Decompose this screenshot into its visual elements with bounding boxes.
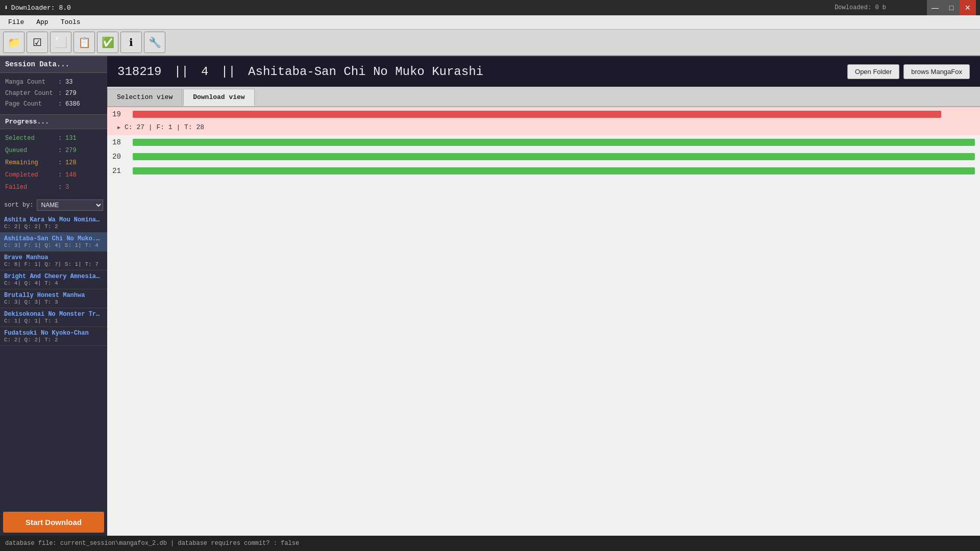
sort-label: sort by: bbox=[4, 202, 34, 209]
manga-title: Dekisokonai No Monster Tr... bbox=[4, 311, 103, 318]
failed-label: Failed bbox=[5, 181, 56, 193]
chapter-count-value: 279 bbox=[65, 88, 77, 99]
chapter-progress-bar-container bbox=[133, 167, 975, 174]
info-toolbar-btn[interactable]: ℹ bbox=[120, 32, 142, 53]
menu-app[interactable]: App bbox=[30, 16, 54, 28]
downloaded-label: Dowloaded: 0 b bbox=[71, 4, 927, 11]
sort-row: sort by: NAME DATE PROGRESS bbox=[0, 196, 107, 214]
failed-value: 3 bbox=[65, 181, 69, 193]
progress-header: Progress... bbox=[0, 114, 107, 129]
chapter-detail-row: ▶ C: 27 | F: 1 | T: 28 bbox=[107, 121, 980, 135]
start-download-button[interactable]: Start Download bbox=[3, 512, 104, 533]
menu-tools[interactable]: Tools bbox=[55, 16, 87, 28]
manga-count-value: 33 bbox=[65, 77, 72, 88]
remaining-label: Remaining bbox=[5, 157, 56, 169]
content-area: 318219 || 4 || Ashitaba-San Chi No Muko … bbox=[107, 56, 980, 536]
maximize-button[interactable]: □ bbox=[943, 0, 960, 15]
chapter-row-21: 21 bbox=[107, 164, 980, 178]
menubar: File App Tools bbox=[0, 15, 980, 30]
session-stats: Manga Count : 33 Chapter Count : 279 Pag… bbox=[0, 73, 107, 114]
content-header-buttons: Open Folder brows MangaFox bbox=[847, 64, 970, 79]
check2-toolbar-btn[interactable]: ✅ bbox=[97, 32, 118, 53]
completed-row: Completed : 148 bbox=[5, 169, 102, 181]
chapter-progress-bar-container bbox=[133, 111, 975, 118]
chapter-row-20: 20 bbox=[107, 149, 980, 164]
progress-stats: Selected : 131 Queued : 279 Remaining : … bbox=[0, 129, 107, 196]
completed-label: Completed bbox=[5, 169, 56, 181]
chapter-progress-bar bbox=[133, 153, 975, 160]
chapter-number: 18 bbox=[112, 138, 133, 146]
chapter-count-row: Chapter Count : 279 bbox=[5, 88, 102, 99]
manga-stats: C: 3| F: 1| Q: 4| S: 1| T: 4 bbox=[4, 242, 103, 248]
settings-toolbar-btn[interactable]: 🔧 bbox=[144, 32, 165, 53]
download-area: 19 ▶ C: 27 | F: 1 | T: 28 18 bbox=[107, 107, 980, 536]
chapter-progress-bar bbox=[133, 111, 941, 118]
manga-title: Fudatsuki No Kyoko-Chan bbox=[4, 330, 103, 337]
toolbar: 📁 ☑ ⬜ 📋 ✅ ℹ 🔧 bbox=[0, 30, 980, 56]
minimize-button[interactable]: — bbox=[927, 0, 943, 15]
list-item[interactable]: Fudatsuki No Kyoko-Chan C: 2| Q: 2| T: 2 bbox=[0, 327, 107, 346]
tabs: Selection view Download view bbox=[107, 87, 980, 107]
content-count: 4 bbox=[201, 65, 208, 79]
remaining-row: Remaining : 128 bbox=[5, 157, 102, 169]
stop-toolbar-btn[interactable]: ⬜ bbox=[50, 32, 71, 53]
session-header: Session Data... bbox=[0, 56, 107, 73]
app-icon: ⬇ bbox=[4, 4, 8, 12]
page-count-row: Page Count : 6386 bbox=[5, 99, 102, 110]
chapter-row-19: 19 ▶ C: 27 | F: 1 | T: 28 bbox=[107, 107, 980, 135]
titlebar-left: ⬇ Downloader: 8.0 bbox=[4, 4, 71, 12]
brows-mangafox-button[interactable]: brows MangaFox bbox=[903, 64, 970, 79]
content-title: 318219 || 4 || Ashitaba-San Chi No Muko … bbox=[117, 65, 483, 79]
manga-stats: C: 1| Q: 1| T: 1 bbox=[4, 318, 103, 324]
completed-value: 148 bbox=[65, 169, 77, 181]
titlebar: ⬇ Downloader: 8.0 Dowloaded: 0 b — □ ✕ bbox=[0, 0, 980, 15]
statusbar-text: database file: current_session\mangafox_… bbox=[5, 540, 299, 547]
queued-row: Queued : 279 bbox=[5, 144, 102, 157]
list-item[interactable]: Brave Manhua C: 6| F: 1| Q: 7| S: 1| T: … bbox=[0, 252, 107, 270]
selected-row: Selected : 131 bbox=[5, 132, 102, 144]
check-toolbar-btn[interactable]: ☑ bbox=[27, 32, 48, 53]
menu-file[interactable]: File bbox=[2, 16, 30, 28]
open-folder-button[interactable]: Open Folder bbox=[847, 64, 899, 79]
content-id: 318219 bbox=[117, 65, 161, 79]
page-count-value: 6386 bbox=[65, 99, 80, 110]
list-item[interactable]: Ashitaba-San Chi No Muko... C: 3| F: 1| … bbox=[0, 233, 107, 252]
chapter-progress-bar-container bbox=[133, 153, 975, 160]
chapter-row-18: 18 bbox=[107, 135, 980, 149]
content-header: 318219 || 4 || Ashitaba-San Chi No Muko … bbox=[107, 56, 980, 87]
tab-download-view[interactable]: Download view bbox=[183, 89, 254, 106]
list-item[interactable]: Ashita Kara Wa Mou Nomina... C: 2| Q: 2|… bbox=[0, 214, 107, 233]
tab-selection-view[interactable]: Selection view bbox=[107, 89, 182, 106]
list-item[interactable]: Bright And Cheery Amnesia... C: 4| Q: 4|… bbox=[0, 270, 107, 289]
list-item[interactable]: Dekisokonai No Monster Tr... C: 1| Q: 1|… bbox=[0, 308, 107, 327]
manga-stats: C: 6| F: 1| Q: 7| S: 1| T: 7 bbox=[4, 261, 103, 267]
sort-select[interactable]: NAME DATE PROGRESS bbox=[37, 199, 103, 211]
manga-count-label: Manga Count bbox=[5, 77, 56, 88]
chapter-detail-text: C: 27 | F: 1 | T: 28 bbox=[125, 123, 204, 131]
selected-label: Selected bbox=[5, 132, 56, 144]
manga-title: Ashita Kara Wa Mou Nomina... bbox=[4, 216, 103, 223]
statusbar: database file: current_session\mangafox_… bbox=[0, 536, 980, 551]
list-item[interactable]: Brutally Honest Manhwa C: 3| Q: 3| T: 3 bbox=[0, 289, 107, 308]
manga-count-row: Manga Count : 33 bbox=[5, 77, 102, 88]
chapter-count-label: Chapter Count bbox=[5, 88, 56, 99]
chapter-number: 19 bbox=[112, 110, 133, 118]
app-title: Downloader: 8.0 bbox=[11, 4, 71, 12]
chapter-progress-bar-container bbox=[133, 139, 975, 146]
copy-toolbar-btn[interactable]: 📋 bbox=[74, 32, 95, 53]
manga-stats: C: 2| Q: 2| T: 2 bbox=[4, 337, 103, 343]
failed-row: Failed : 3 bbox=[5, 181, 102, 193]
chapter-progress-bar bbox=[133, 167, 975, 174]
main-layout: Session Data... Manga Count : 33 Chapter… bbox=[0, 56, 980, 536]
titlebar-controls: — □ ✕ bbox=[927, 0, 976, 15]
queued-value: 279 bbox=[65, 144, 77, 157]
open-folder-toolbar-btn[interactable]: 📁 bbox=[3, 32, 24, 53]
chapter-progress-bar bbox=[133, 139, 975, 146]
close-button[interactable]: ✕ bbox=[960, 0, 976, 15]
manga-stats: C: 4| Q: 4| T: 4 bbox=[4, 280, 103, 286]
content-manga-title: Ashitaba-San Chi No Muko Kurashi bbox=[248, 65, 483, 79]
play-icon: ▶ bbox=[117, 124, 120, 131]
manga-title: Brave Manhua bbox=[4, 254, 103, 261]
manga-title: Ashitaba-San Chi No Muko... bbox=[4, 235, 103, 242]
page-count-label: Page Count bbox=[5, 99, 56, 110]
